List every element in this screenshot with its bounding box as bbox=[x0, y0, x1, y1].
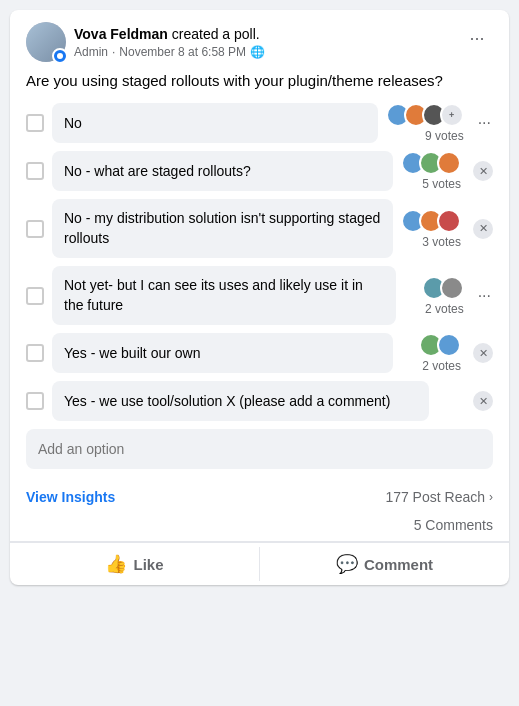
voter-avatar bbox=[440, 276, 464, 300]
option-checkbox-3[interactable] bbox=[26, 220, 44, 238]
option-text-6[interactable]: Yes - we use tool/solution X (please add… bbox=[52, 381, 429, 421]
post-card: Vova Feldman created a poll. Admin · Nov… bbox=[10, 10, 509, 585]
voter-avatars-4 bbox=[422, 276, 464, 300]
author-action: created a poll. bbox=[172, 26, 260, 42]
voter-avatar bbox=[437, 333, 461, 357]
option-remove-button-3[interactable]: ✕ bbox=[473, 219, 493, 239]
voter-avatars-1: + bbox=[386, 103, 464, 127]
voter-avatars-3 bbox=[401, 209, 461, 233]
meta-line: Admin · November 8 at 6:58 PM 🌐 bbox=[74, 45, 265, 59]
action-bar: 👍 Like 💬 Comment bbox=[10, 542, 509, 585]
post-header: Vova Feldman created a poll. Admin · Nov… bbox=[10, 10, 509, 70]
voter-avatars-2 bbox=[401, 151, 461, 175]
more-options-button[interactable]: ··· bbox=[461, 22, 493, 54]
option-right-3: 3 votes bbox=[401, 209, 461, 249]
poll-option-2: No - what are staged rollouts? 5 votes ✕ bbox=[26, 151, 493, 191]
like-button[interactable]: 👍 Like bbox=[10, 543, 259, 585]
vote-count-4: 2 votes bbox=[425, 302, 464, 316]
voter-avatar-more: + bbox=[440, 103, 464, 127]
add-option-input[interactable] bbox=[26, 429, 493, 469]
option-right-5: 2 votes bbox=[401, 333, 461, 373]
poll-option-6: Yes - we use tool/solution X (please add… bbox=[26, 381, 493, 421]
poll-question: Are you using staged rollouts with your … bbox=[10, 70, 509, 103]
post-date: November 8 at 6:58 PM bbox=[119, 45, 246, 59]
option-text-3[interactable]: No - my distribution solution isn't supp… bbox=[52, 199, 393, 258]
comments-count: 5 Comments bbox=[10, 513, 509, 542]
option-right-4: 2 votes bbox=[404, 276, 464, 316]
voter-avatar bbox=[437, 151, 461, 175]
comment-button[interactable]: 💬 Comment bbox=[260, 543, 509, 585]
option-checkbox-2[interactable] bbox=[26, 162, 44, 180]
option-text-5[interactable]: Yes - we built our own bbox=[52, 333, 393, 373]
poll-option-3: No - my distribution solution isn't supp… bbox=[26, 199, 493, 258]
admin-badge bbox=[52, 48, 68, 64]
vote-count-5: 2 votes bbox=[422, 359, 461, 373]
option-more-button-4[interactable]: ··· bbox=[476, 285, 493, 307]
post-reach[interactable]: 177 Post Reach › bbox=[385, 489, 493, 505]
vote-count-1: 9 votes bbox=[425, 129, 464, 143]
option-checkbox-5[interactable] bbox=[26, 344, 44, 362]
header-info: Vova Feldman created a poll. Admin · Nov… bbox=[74, 25, 265, 59]
vote-count-3: 3 votes bbox=[422, 235, 461, 249]
option-remove-button-6[interactable]: ✕ bbox=[473, 391, 493, 411]
like-label: Like bbox=[133, 556, 163, 573]
reach-label: 177 Post Reach bbox=[385, 489, 485, 505]
admin-badge-dot bbox=[57, 53, 63, 59]
view-insights-button[interactable]: View Insights bbox=[26, 489, 115, 505]
option-right-1: + 9 votes bbox=[386, 103, 464, 143]
poll-option-4: Not yet- but I can see its uses and like… bbox=[26, 266, 493, 325]
option-remove-button-2[interactable]: ✕ bbox=[473, 161, 493, 181]
poll-option-1: No + 9 votes ··· bbox=[26, 103, 493, 143]
like-icon: 👍 bbox=[105, 553, 127, 575]
author-line: Vova Feldman created a poll. bbox=[74, 25, 265, 43]
insights-row: View Insights 177 Post Reach › bbox=[10, 481, 509, 513]
option-remove-button-5[interactable]: ✕ bbox=[473, 343, 493, 363]
comment-label: Comment bbox=[364, 556, 433, 573]
emoji-globe: 🌐 bbox=[250, 45, 265, 59]
option-more-button-1[interactable]: ··· bbox=[476, 112, 493, 134]
vote-count-2: 5 votes bbox=[422, 177, 461, 191]
option-checkbox-1[interactable] bbox=[26, 114, 44, 132]
option-text-2[interactable]: No - what are staged rollouts? bbox=[52, 151, 393, 191]
author-name: Vova Feldman bbox=[74, 26, 168, 42]
dot-separator: · bbox=[112, 45, 115, 59]
chevron-right-icon: › bbox=[489, 490, 493, 504]
avatar-wrap bbox=[26, 22, 66, 62]
option-right-2: 5 votes bbox=[401, 151, 461, 191]
add-option-container bbox=[26, 429, 493, 469]
voter-avatars-5 bbox=[419, 333, 461, 357]
comment-icon: 💬 bbox=[336, 553, 358, 575]
poll-options: No + 9 votes ··· No - what are staged ro… bbox=[10, 103, 509, 421]
header-left: Vova Feldman created a poll. Admin · Nov… bbox=[26, 22, 265, 62]
voter-avatar bbox=[437, 209, 461, 233]
option-text-1[interactable]: No bbox=[52, 103, 378, 143]
option-text-4[interactable]: Not yet- but I can see its uses and like… bbox=[52, 266, 396, 325]
option-checkbox-4[interactable] bbox=[26, 287, 44, 305]
poll-option-5: Yes - we built our own 2 votes ✕ bbox=[26, 333, 493, 373]
option-checkbox-6[interactable] bbox=[26, 392, 44, 410]
role-tag: Admin bbox=[74, 45, 108, 59]
